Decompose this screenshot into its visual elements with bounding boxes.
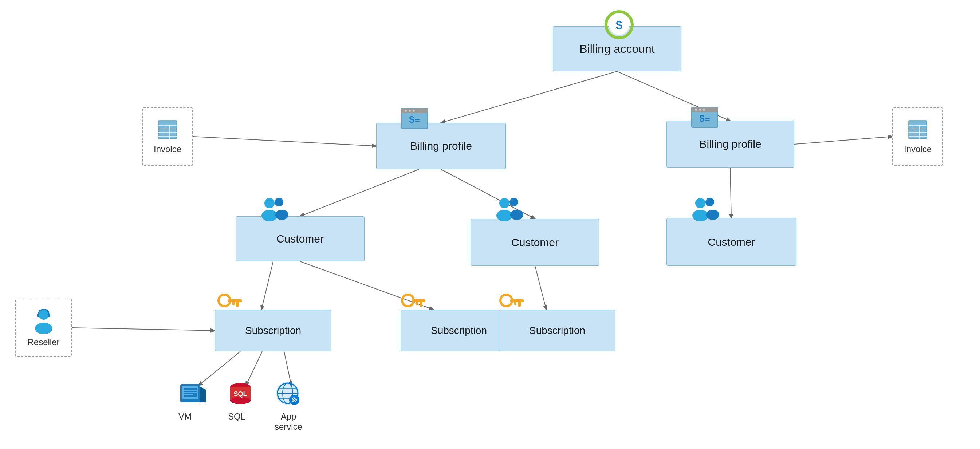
billing-profile-right-node: Billing profile bbox=[667, 121, 794, 167]
svg-line-9 bbox=[193, 137, 376, 146]
customer-middle-node: Customer bbox=[471, 219, 600, 266]
svg-rect-57 bbox=[236, 301, 239, 307]
sql-label: SQL bbox=[228, 411, 245, 422]
svg-point-20 bbox=[409, 110, 411, 112]
invoice-right-label: Invoice bbox=[904, 144, 932, 154]
svg-point-68 bbox=[35, 323, 52, 334]
subscription-left-node: Subscription bbox=[215, 309, 331, 352]
key-subscription-right-icon bbox=[499, 291, 524, 313]
invoice-left-icon bbox=[157, 119, 178, 142]
svg-marker-77 bbox=[200, 387, 206, 403]
svg-point-48 bbox=[496, 210, 512, 221]
svg-point-45 bbox=[275, 198, 283, 207]
svg-point-51 bbox=[695, 198, 705, 208]
svg-line-2 bbox=[300, 169, 419, 216]
svg-rect-64 bbox=[510, 299, 524, 302]
billing-profile-right-box: Billing profile bbox=[667, 121, 794, 167]
svg-text:⚙: ⚙ bbox=[292, 396, 297, 403]
customer-middle-label: Customer bbox=[511, 236, 558, 249]
svg-text:$: $ bbox=[616, 19, 622, 32]
svg-rect-65 bbox=[518, 301, 521, 307]
svg-point-80 bbox=[230, 397, 251, 404]
subscription-right-node: Subscription bbox=[499, 309, 616, 352]
svg-rect-70 bbox=[48, 314, 50, 317]
customer-right-box: Customer bbox=[667, 218, 797, 266]
svg-point-26 bbox=[699, 108, 701, 111]
billing-profile-right-label: Billing profile bbox=[699, 138, 761, 150]
svg-text:SQL: SQL bbox=[234, 390, 247, 398]
billing-profile-right-icon: $≡ bbox=[690, 103, 719, 132]
customer-left-icon bbox=[259, 197, 288, 222]
customer-left-label: Customer bbox=[277, 233, 324, 245]
billing-profile-left-node: Billing profile bbox=[376, 123, 506, 169]
invoice-left-label: Invoice bbox=[154, 144, 181, 154]
reseller-icon bbox=[33, 308, 55, 335]
customer-middle-icon bbox=[494, 197, 523, 222]
vm-label: VM bbox=[178, 411, 192, 422]
subscription-left-box: Subscription bbox=[215, 309, 331, 352]
svg-point-43 bbox=[264, 198, 275, 208]
svg-line-4 bbox=[730, 167, 731, 218]
svg-point-44 bbox=[261, 210, 277, 221]
svg-line-10 bbox=[794, 137, 892, 144]
svg-point-19 bbox=[405, 110, 407, 112]
svg-rect-58 bbox=[232, 301, 234, 305]
invoice-right-icon bbox=[907, 119, 929, 142]
app-service-icon: ⚙ bbox=[273, 379, 302, 408]
billing-account-label: Billing account bbox=[579, 42, 654, 56]
svg-point-54 bbox=[706, 210, 719, 220]
subscription-left-label: Subscription bbox=[245, 325, 301, 336]
svg-point-49 bbox=[509, 198, 518, 207]
svg-point-21 bbox=[413, 110, 415, 112]
diagram-container: $ Billing account $≡ Billing profile bbox=[0, 0, 980, 449]
reseller-box: Reseller bbox=[15, 299, 72, 357]
billing-profile-left-label: Billing profile bbox=[410, 140, 472, 152]
svg-line-8 bbox=[72, 328, 215, 331]
svg-point-25 bbox=[695, 108, 697, 111]
svg-line-5 bbox=[261, 261, 273, 309]
sql-icon: SQL bbox=[226, 379, 255, 408]
svg-point-50 bbox=[510, 210, 523, 220]
svg-line-0 bbox=[441, 72, 617, 123]
customer-right-icon bbox=[690, 197, 719, 222]
svg-rect-61 bbox=[420, 301, 422, 307]
customer-right-node: Customer bbox=[667, 218, 797, 266]
subscription-right-label: Subscription bbox=[529, 325, 585, 336]
customer-left-box: Customer bbox=[235, 216, 364, 261]
svg-point-53 bbox=[705, 198, 714, 207]
svg-rect-62 bbox=[416, 301, 418, 305]
vm-icon bbox=[178, 379, 208, 408]
key-subscription-middle-icon bbox=[401, 291, 426, 313]
billing-profile-left-box: Billing profile bbox=[376, 123, 506, 169]
svg-rect-56 bbox=[228, 299, 242, 302]
svg-text:$≡: $≡ bbox=[409, 114, 420, 125]
svg-point-27 bbox=[703, 108, 705, 111]
invoice-left-box: Invoice bbox=[142, 107, 193, 166]
customer-left-node: Customer bbox=[235, 216, 364, 261]
svg-rect-60 bbox=[412, 299, 425, 302]
svg-text:$≡: $≡ bbox=[699, 113, 710, 124]
reseller-label: Reseller bbox=[27, 337, 59, 347]
billing-account-icon: $ bbox=[605, 10, 634, 39]
subscription-right-box: Subscription bbox=[499, 309, 616, 352]
subscription-middle-label: Subscription bbox=[431, 325, 487, 336]
customer-right-label: Customer bbox=[708, 236, 755, 248]
billing-profile-left-icon: $≡ bbox=[400, 104, 429, 133]
key-subscription-left-icon bbox=[217, 291, 243, 313]
svg-rect-66 bbox=[514, 301, 516, 305]
svg-line-7 bbox=[535, 266, 546, 309]
invoice-right-box: Invoice bbox=[892, 107, 943, 166]
app-service-label: App service bbox=[270, 411, 307, 432]
customer-middle-box: Customer bbox=[471, 219, 600, 266]
svg-point-47 bbox=[499, 198, 509, 208]
svg-point-46 bbox=[275, 210, 288, 220]
svg-rect-69 bbox=[37, 314, 39, 317]
svg-point-52 bbox=[692, 210, 708, 221]
